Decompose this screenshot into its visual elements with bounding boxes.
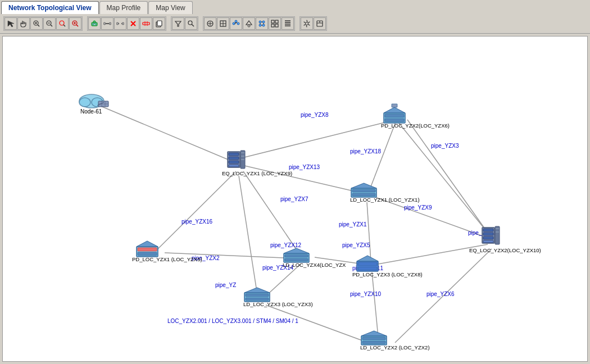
svg-line-83 xyxy=(239,176,257,295)
svg-rect-149 xyxy=(285,258,308,261)
hand-tool-btn[interactable] xyxy=(17,17,30,30)
tab-map-profile[interactable]: Map Profile xyxy=(99,1,148,14)
zoom-in-btn[interactable] xyxy=(30,17,43,30)
layout7-btn[interactable] xyxy=(282,17,294,30)
svg-rect-55 xyxy=(271,20,274,23)
app-container: Network Topological View Map Profile Map… xyxy=(0,0,590,364)
svg-text:pipe_YZX12: pipe_YZX12 xyxy=(270,242,301,248)
svg-point-49 xyxy=(259,24,261,26)
svg-text:PD_LOC_YZX2(LOC_YZX6): PD_LOC_YZX2(LOC_YZX6) xyxy=(381,122,450,129)
svg-rect-153 xyxy=(358,262,377,266)
svg-rect-135 xyxy=(483,233,493,235)
layout5-btn[interactable] xyxy=(256,17,268,30)
add-node-btn[interactable]: + xyxy=(88,17,101,30)
network-svg: pipe_YZX8 pipe_YZX18 pipe_YZX3 pipe_YZX1… xyxy=(3,37,587,361)
node-pd1-left[interactable]: PD_LOC_YZX1 (LOC_YZX5) xyxy=(132,241,202,262)
svg-rect-163 xyxy=(362,337,385,340)
svg-marker-160 xyxy=(244,288,270,293)
canvas-area[interactable]: pipe_YZX8 pipe_YZX18 pipe_YZX3 pipe_YZX1… xyxy=(2,36,588,362)
svg-line-12 xyxy=(76,25,78,26)
node-ld3[interactable]: LD_LOC_YZX3 (LOC_YZX3) xyxy=(243,288,313,307)
node-ld4[interactable]: LD_LOC_YZX4(LOC_YZX xyxy=(283,248,346,268)
svg-text:LOC_YZX2.001 / LOC_YZX3.001 / : LOC_YZX2.001 / LOC_YZX3.001 / STM4 / SM0… xyxy=(167,318,298,324)
zoom-select-btn[interactable] xyxy=(69,17,81,30)
svg-text:pipe_YZX16: pipe_YZX16 xyxy=(181,219,212,225)
node-pd2-top[interactable]: PD_LOC_YZX2(LOC_YZX6) xyxy=(381,104,450,129)
node-node61[interactable]: Node-61 xyxy=(79,94,108,115)
zoom-fit-btn[interactable] xyxy=(56,17,69,30)
svg-text:EQ_LOC_YZX2(LOC_YZX10): EQ_LOC_YZX2(LOC_YZX10) xyxy=(469,247,541,253)
tab-map-view[interactable]: Map View xyxy=(148,1,192,14)
svg-rect-25 xyxy=(143,22,149,25)
svg-rect-113 xyxy=(229,153,239,156)
svg-point-50 xyxy=(262,24,265,26)
svg-point-47 xyxy=(259,21,261,23)
svg-line-70 xyxy=(368,121,396,194)
svg-line-6 xyxy=(51,25,52,26)
tab-network-topological[interactable]: Network Topological View xyxy=(1,1,99,14)
delete-link-btn[interactable] xyxy=(140,17,152,30)
disconnect-btn[interactable] xyxy=(114,17,126,30)
svg-rect-124 xyxy=(385,119,404,122)
filter-btn[interactable] xyxy=(172,17,184,30)
svg-text:+: + xyxy=(94,22,96,26)
svg-marker-30 xyxy=(175,21,181,26)
svg-line-43 xyxy=(236,22,237,23)
sep2 xyxy=(167,17,170,30)
svg-rect-129 xyxy=(352,189,375,192)
svg-line-71 xyxy=(407,120,490,236)
svg-line-32 xyxy=(192,24,194,26)
toolbar-group-filter xyxy=(171,16,198,31)
svg-point-48 xyxy=(262,21,265,23)
sep3 xyxy=(199,17,202,30)
zoom-out-btn[interactable] xyxy=(43,17,56,30)
svg-point-22 xyxy=(122,22,124,25)
layout2-btn[interactable] xyxy=(217,17,229,30)
svg-rect-134 xyxy=(483,229,493,231)
svg-text:EQ_LOC_YZX1 (LOC_YZX9): EQ_LOC_YZX1 (LOC_YZX9) xyxy=(222,170,292,176)
layout3-btn[interactable] xyxy=(230,17,242,30)
toolbar-group-layout xyxy=(203,16,295,31)
svg-line-3 xyxy=(38,25,39,26)
svg-point-18 xyxy=(109,22,111,25)
toolbar-group-settings xyxy=(299,16,327,31)
layout6-btn[interactable] xyxy=(269,17,281,30)
toolbar-group-select xyxy=(3,16,83,31)
svg-text:pipe_YZX6: pipe_YZX6 xyxy=(426,291,455,297)
svg-text:pipe_YZX7: pipe_YZX7 xyxy=(280,196,308,202)
search-btn[interactable] xyxy=(185,17,197,30)
svg-point-40 xyxy=(235,20,237,22)
svg-text:pipe_YZX1: pipe_YZX1 xyxy=(339,221,367,228)
svg-text:LD_LOC_YZX1 (LOC_YZX1): LD_LOC_YZX1 (LOC_YZX1) xyxy=(350,197,420,203)
svg-point-31 xyxy=(188,21,192,25)
node-ld2[interactable]: LD_LOC_YZX2 (LOC_YZX2) xyxy=(360,331,430,351)
pointer-tool-btn[interactable] xyxy=(4,17,17,30)
node-ld1[interactable]: LD_LOC_YZX1 (LOC_YZX1) xyxy=(350,183,420,203)
svg-point-104 xyxy=(79,98,90,107)
svg-line-80 xyxy=(372,272,378,337)
connect-btn[interactable] xyxy=(101,17,114,30)
layout1-btn[interactable] xyxy=(204,17,216,30)
svg-line-73 xyxy=(367,202,371,261)
svg-text:pipe_YZX18: pipe_YZX18 xyxy=(350,148,381,154)
copy-paste-btn[interactable] xyxy=(153,17,165,30)
config-btn[interactable] xyxy=(314,17,326,30)
svg-rect-138 xyxy=(495,226,500,244)
node-pd3[interactable]: PD_LOC_YZX3 (LOC_YZX8) xyxy=(352,256,423,277)
svg-rect-115 xyxy=(229,161,239,163)
sep4 xyxy=(296,17,298,30)
svg-marker-131 xyxy=(351,183,376,188)
toolbar-group-edit: + xyxy=(87,16,166,31)
svg-rect-143 xyxy=(138,248,157,251)
svg-text:PD_LOC_YZX1 (LOC_YZX5): PD_LOC_YZX1 (LOC_YZX5) xyxy=(132,256,202,262)
svg-text:pipe_YZX10: pipe_YZX10 xyxy=(350,291,381,297)
svg-marker-165 xyxy=(361,331,387,336)
svg-rect-114 xyxy=(229,157,239,160)
svg-point-39 xyxy=(233,22,235,25)
layout4-btn[interactable] xyxy=(243,17,255,30)
tab-bar: Network Topological View Map Profile Map… xyxy=(0,0,590,14)
svg-rect-126 xyxy=(392,104,397,107)
delete-node-btn[interactable] xyxy=(127,17,139,30)
svg-rect-137 xyxy=(483,240,493,243)
settings-btn[interactable] xyxy=(301,17,313,30)
